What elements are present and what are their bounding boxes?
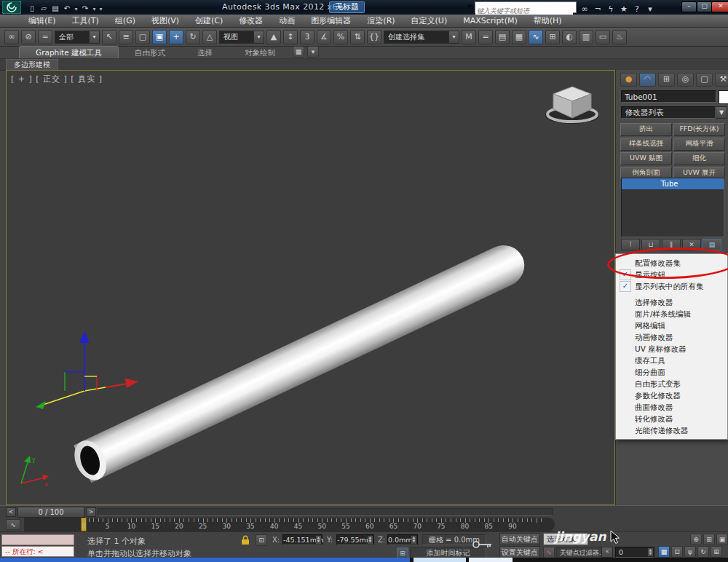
help-icon[interactable]: ? (630, 4, 644, 15)
context-menu-item[interactable]: 参数化修改器 (616, 389, 727, 401)
pin-stack-button[interactable]: ⊺ (621, 239, 640, 250)
ribbon-tab-active[interactable]: Graphite 建模工具 (19, 46, 119, 58)
zoom-region-icon[interactable]: ⊡ (671, 546, 683, 558)
unlink-selection-icon[interactable]: ⊘ (21, 30, 36, 44)
move-gizmo[interactable] (33, 327, 142, 418)
context-menu-item[interactable]: 配置修改器集 (616, 257, 727, 269)
menu-[interactable]: 图形编辑器 (303, 15, 359, 28)
maximize-viewport-toggle-icon[interactable]: ⊞ (711, 546, 722, 558)
help-caret-icon[interactable]: ▾ (644, 4, 657, 15)
menu-c[interactable]: 创建(C) (187, 15, 231, 28)
macro-recorder-field[interactable] (1, 534, 74, 545)
show-end-result-button[interactable]: ⊔ (641, 239, 660, 250)
context-menu-item[interactable]: 自由形式变形 (616, 378, 727, 389)
modifier-button[interactable]: 样条线选择 (620, 138, 672, 151)
window-crossing-toggle-icon[interactable]: ▣ (152, 30, 167, 44)
object-name-input[interactable] (622, 91, 716, 102)
viewcube[interactable] (542, 79, 603, 126)
render-production-icon[interactable]: ♨ (612, 30, 627, 44)
named-selection-sets-dropdown-caret-icon[interactable]: ▾ (448, 31, 459, 43)
modifier-button[interactable]: 挤出 (620, 123, 672, 136)
absolute-offset-mode-icon[interactable]: ⊡ (256, 534, 267, 546)
frame-spinner[interactable]: ▲▼ (648, 548, 653, 556)
previous-frame-button[interactable]: < (6, 507, 16, 517)
create-tab[interactable]: ● (620, 73, 637, 87)
track-bar-ruler[interactable]: 051015202530354045505560657075808590 (24, 518, 555, 531)
favorites-lightning-icon[interactable]: ϟ (604, 4, 617, 15)
graphite-ribbon-toggle-icon[interactable]: ▦ (512, 30, 526, 44)
ribbon-state-caret-icon[interactable]: ▾ (307, 46, 319, 58)
viewport-label[interactable]: [ + ] [ 正交 ] [ 真实 ] (11, 74, 103, 84)
object-name-field[interactable] (621, 90, 716, 103)
context-menu-item[interactable]: 显示按钮✓ (616, 269, 727, 280)
display-tab[interactable]: ▢ (696, 73, 713, 87)
selection-filter-dropdown[interactable]: 全部▾ (55, 31, 100, 44)
menu-g[interactable]: 组(G) (107, 15, 143, 28)
x-spinner[interactable]: ▲▼ (316, 536, 321, 544)
minimize-button[interactable]: – (681, 1, 697, 12)
3dsmax-logo-icon[interactable] (2, 1, 21, 14)
bind-to-space-warp-icon[interactable]: ≈ (38, 30, 52, 44)
pan-icon[interactable]: ψ (684, 546, 696, 558)
z-coord-field[interactable]: 0.0mm▲▼ (387, 534, 418, 545)
menu-u[interactable]: 自定义(U) (403, 15, 456, 28)
context-menu-item[interactable]: 光能传递修改器 (616, 424, 727, 436)
percent-snap-toggle-icon[interactable]: % (333, 30, 348, 44)
snaps-toggle-3d-icon[interactable]: 3 (300, 30, 314, 44)
configure-modifier-sets-button[interactable]: ▤ (703, 239, 721, 250)
next-frame-button[interactable]: > (86, 507, 96, 517)
stack-item-tube[interactable]: Tube (622, 178, 724, 189)
auto-key-button[interactable]: 自动关键点 (499, 533, 540, 545)
open-mini-curve-editor-button[interactable]: ∿ (6, 519, 20, 530)
undo-icon[interactable]: ↶ (61, 3, 73, 14)
set-key-button[interactable]: 设置关键点 (499, 546, 540, 558)
menu-[interactable]: 动画 (271, 15, 303, 28)
context-menu-item[interactable]: UV 座标修改器 (616, 343, 727, 355)
viewport[interactable]: [ + ] [ 正交 ] [ 真实 ] (6, 70, 615, 505)
motion-tab[interactable]: ◎ (677, 73, 694, 87)
tube-object[interactable] (74, 238, 531, 483)
ribbon-show-panels-icon[interactable]: ▦ (293, 46, 304, 58)
zoom-icon[interactable]: ⊕ (690, 534, 702, 545)
y-coord-field[interactable]: -79.55mm▲▼ (336, 534, 374, 545)
orbit-icon[interactable]: ↻ (697, 546, 709, 558)
modifier-button[interactable]: 细化 (673, 152, 725, 165)
spinner-snap-toggle-icon[interactable]: ⇅ (350, 30, 365, 44)
menu-maxscriptm[interactable]: MAXScript(M) (455, 15, 526, 28)
x-coord-field[interactable]: -45.151mm▲▼ (282, 534, 323, 545)
select-and-move-icon[interactable]: + (169, 30, 183, 44)
ribbon-tab-item[interactable]: 对象绘制 (229, 47, 291, 58)
curve-editor-icon[interactable]: ∿ (529, 30, 543, 44)
hierarchy-tab[interactable]: ⊞ (658, 73, 675, 87)
set-keys-icon[interactable] (472, 538, 494, 551)
ribbon-tab-item[interactable]: 选择 (181, 47, 229, 58)
ribbon-panel-polygon-modeling[interactable]: 多边形建模 (6, 59, 58, 70)
make-unique-button[interactable]: ∥ (662, 239, 681, 250)
z-spinner[interactable]: ▲▼ (411, 536, 416, 544)
context-menu-item[interactable]: 网格编辑 (616, 320, 727, 331)
current-frame-field[interactable]: 0▲▼ (615, 547, 654, 558)
material-editor-icon[interactable]: ◐ (562, 30, 577, 44)
select-object-icon[interactable]: ↖ (102, 30, 116, 44)
select-and-rotate-icon[interactable]: ↻ (186, 30, 200, 44)
selection-lock-icon[interactable] (240, 534, 250, 545)
reference-coordinate-system-dropdown-caret-icon[interactable]: ▾ (253, 31, 264, 43)
align-icon[interactable]: = (478, 30, 493, 44)
context-menu-item[interactable]: 细分曲面 (616, 366, 727, 378)
context-menu-item[interactable]: 动画修改器 (616, 331, 727, 343)
key-filters-curve-icon[interactable]: ∿ (543, 547, 555, 558)
menu-t[interactable]: 工具(T) (64, 15, 107, 28)
context-menu-item[interactable]: 面片/样条线编辑 (616, 308, 727, 320)
layer-explorer-icon[interactable]: ▤ (495, 30, 510, 44)
select-and-manipulate-icon[interactable]: ↕ (283, 30, 298, 44)
rectangular-selection-region-icon[interactable]: ▢ (135, 30, 150, 44)
menu-h[interactable]: 帮助(H) (526, 15, 570, 28)
close-button[interactable]: ✕ (711, 1, 728, 12)
keyboard-shortcut-override-icon[interactable]: {} (367, 30, 381, 44)
context-menu-item[interactable]: 曲面修改器 (616, 401, 727, 413)
modifier-button[interactable]: UVW 贴图 (620, 152, 672, 165)
qat-customize-caret-icon[interactable]: ▾ (98, 4, 104, 15)
time-slider-handle[interactable]: 0 / 100 (17, 507, 84, 518)
ribbon-tab-item[interactable]: 自由形式 (119, 47, 181, 58)
angle-snap-toggle-icon[interactable]: ∡ (317, 30, 331, 44)
